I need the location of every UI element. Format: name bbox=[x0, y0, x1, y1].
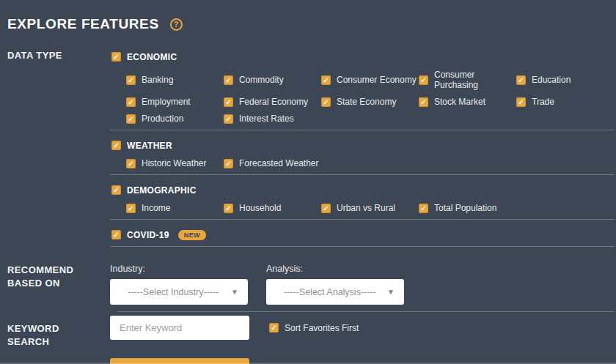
group-label: COVID-19 bbox=[127, 230, 169, 240]
checkbox-consumer-economy[interactable]: ✓Consumer Economy bbox=[321, 70, 419, 90]
checkbox-income[interactable]: ✓Income bbox=[126, 203, 224, 213]
section-divider bbox=[117, 311, 615, 312]
checkbox-label: Education bbox=[532, 75, 571, 85]
checkbox-banking[interactable]: ✓Banking bbox=[126, 70, 224, 90]
checkbox-household[interactable]: ✓Household bbox=[224, 203, 321, 213]
checkbox-checked-icon: ✓ bbox=[419, 97, 428, 107]
checkbox-label: Production bbox=[142, 114, 183, 124]
keyword-search-label: KEYWORD SEARCH bbox=[7, 316, 110, 349]
help-icon[interactable]: ? bbox=[170, 18, 183, 31]
checkbox-label: Employment bbox=[142, 97, 191, 107]
group-items-grid: ✓Banking✓Commodity✓Consumer Economy✓Cons… bbox=[126, 70, 615, 124]
checkbox-stock-market[interactable]: ✓Stock Market bbox=[419, 97, 516, 107]
checkbox-checked-icon: ✓ bbox=[269, 323, 279, 333]
checkbox-label: Federal Economy bbox=[239, 97, 308, 107]
checkbox-trade[interactable]: ✓Trade bbox=[516, 97, 614, 107]
group-label: WEATHER bbox=[127, 141, 172, 151]
checkbox-label: Historic Weather bbox=[142, 158, 206, 168]
group-label: ECONOMIC bbox=[127, 52, 177, 62]
data-type-group-weather: ✓WEATHER✓Historic Weather✓Forecasted Wea… bbox=[110, 138, 615, 175]
checkbox-commodity[interactable]: ✓Commodity bbox=[224, 70, 321, 90]
panel-header: EXPLORE FEATURES ? bbox=[7, 16, 616, 32]
checkbox-checked-icon: ✓ bbox=[516, 97, 526, 107]
checkbox-checked-icon: ✓ bbox=[321, 204, 331, 213]
analysis-label: Analysis: bbox=[266, 264, 404, 274]
checkbox-label: Forecasted Weather bbox=[239, 158, 319, 168]
checkbox-checked-icon: ✓ bbox=[126, 75, 136, 85]
analysis-select[interactable]: -----Select Analysis----- ▼ bbox=[266, 279, 404, 305]
checkbox-checked-icon: ✓ bbox=[126, 159, 136, 168]
group-checkbox-demographic[interactable]: ✓DEMOGRAPHIC bbox=[110, 185, 197, 196]
checkbox-production[interactable]: ✓Production bbox=[126, 114, 224, 124]
checkbox-checked-icon: ✓ bbox=[126, 204, 136, 213]
sort-favorites-checkbox[interactable]: ✓ Sort Favorites First bbox=[269, 323, 359, 333]
data-type-section: DATA TYPE ✓ECONOMIC✓Banking✓Commodity✓Co… bbox=[7, 49, 616, 254]
analysis-selected-value: -----Select Analysis----- bbox=[284, 287, 376, 297]
checkbox-checked-icon: ✓ bbox=[224, 114, 233, 124]
checkbox-checked-icon: ✓ bbox=[126, 114, 136, 124]
checkbox-label: Commodity bbox=[239, 75, 284, 85]
checkbox-checked-icon: ✓ bbox=[321, 97, 331, 107]
chevron-down-icon: ▼ bbox=[387, 289, 395, 296]
group-label: DEMOGRAPHIC bbox=[127, 185, 197, 196]
checkbox-checked-icon: ✓ bbox=[516, 75, 526, 85]
checkbox-label: Consumer Economy bbox=[337, 75, 417, 85]
checkbox-label: Consumer Purchasing bbox=[434, 70, 516, 90]
industry-label: Industry: bbox=[110, 264, 248, 274]
checkbox-label: Income bbox=[142, 203, 170, 213]
new-badge: NEW bbox=[178, 230, 206, 240]
data-type-group-economic: ✓ECONOMIC✓Banking✓Commodity✓Consumer Eco… bbox=[110, 49, 615, 130]
checkbox-interest-rates[interactable]: ✓Interest Rates bbox=[224, 114, 321, 124]
checkbox-label: Interest Rates bbox=[239, 114, 294, 124]
checkbox-checked-icon: ✓ bbox=[111, 52, 121, 62]
checkbox-checked-icon: ✓ bbox=[111, 230, 121, 239]
checkbox-label: Trade bbox=[532, 97, 554, 107]
checkbox-historic-weather[interactable]: ✓Historic Weather bbox=[126, 158, 224, 168]
checkbox-checked-icon: ✓ bbox=[419, 75, 428, 85]
sort-favorites-label: Sort Favorites First bbox=[285, 323, 359, 333]
group-items-grid: ✓Historic Weather✓Forecasted Weather bbox=[126, 158, 615, 168]
group-items-grid: ✓Income✓Household✓Urban vs Rural✓Total P… bbox=[126, 203, 615, 213]
page-title: EXPLORE FEATURES bbox=[7, 16, 159, 32]
checkbox-label: Banking bbox=[142, 75, 173, 85]
checkbox-label: Urban vs Rural bbox=[337, 203, 395, 213]
checkbox-urban-vs-rural[interactable]: ✓Urban vs Rural bbox=[321, 203, 419, 213]
checkbox-checked-icon: ✓ bbox=[224, 159, 233, 168]
checkbox-employment[interactable]: ✓Employment bbox=[126, 97, 224, 107]
checkbox-checked-icon: ✓ bbox=[419, 204, 428, 213]
checkbox-label: Total Population bbox=[434, 203, 496, 213]
industry-select-group: Industry: -----Select Industry----- ▼ bbox=[110, 264, 248, 305]
checkbox-total-population[interactable]: ✓Total Population bbox=[419, 203, 516, 213]
checkbox-checked-icon: ✓ bbox=[111, 141, 121, 150]
checkbox-federal-economy[interactable]: ✓Federal Economy bbox=[224, 97, 321, 107]
checkbox-checked-icon: ✓ bbox=[224, 204, 233, 213]
group-checkbox-covid-19[interactable]: ✓COVID-19NEW bbox=[110, 230, 206, 240]
group-checkbox-weather[interactable]: ✓WEATHER bbox=[110, 141, 172, 151]
keyword-input[interactable] bbox=[110, 316, 249, 340]
checkbox-education[interactable]: ✓Education bbox=[516, 70, 614, 90]
checkbox-forecasted-weather[interactable]: ✓Forecasted Weather bbox=[224, 158, 321, 168]
checkbox-label: Stock Market bbox=[434, 97, 485, 107]
recommend-section: RECOMMEND BASED ON Industry: -----Select… bbox=[7, 264, 616, 305]
checkbox-consumer-purchasing[interactable]: ✓Consumer Purchasing bbox=[419, 70, 516, 90]
recommend-label: RECOMMEND BASED ON bbox=[7, 264, 110, 305]
data-type-group-demographic: ✓DEMOGRAPHIC✓Income✓Household✓Urban vs R… bbox=[110, 182, 615, 220]
checkbox-label: State Economy bbox=[337, 97, 396, 107]
data-type-group-covid-19: ✓COVID-19NEW bbox=[110, 227, 615, 247]
industry-select[interactable]: -----Select Industry----- ▼ bbox=[110, 279, 248, 305]
industry-selected-value: -----Select Industry----- bbox=[128, 287, 219, 297]
checkbox-checked-icon: ✓ bbox=[321, 75, 331, 85]
checkbox-checked-icon: ✓ bbox=[224, 97, 233, 107]
analysis-select-group: Analysis: -----Select Analysis----- ▼ bbox=[266, 264, 404, 305]
checkbox-checked-icon: ✓ bbox=[126, 97, 136, 107]
explore-features-panel: EXPLORE FEATURES ? DATA TYPE ✓ECONOMIC✓B… bbox=[0, 0, 616, 364]
data-type-label: DATA TYPE bbox=[7, 49, 110, 254]
keyword-section: KEYWORD SEARCH ✓ Sort Favorites First bbox=[7, 316, 616, 349]
group-checkbox-economic[interactable]: ✓ECONOMIC bbox=[110, 52, 177, 62]
checkbox-checked-icon: ✓ bbox=[224, 75, 233, 85]
checkbox-checked-icon: ✓ bbox=[111, 185, 121, 195]
checkbox-label: Household bbox=[239, 203, 281, 213]
checkbox-state-economy[interactable]: ✓State Economy bbox=[321, 97, 419, 107]
data-type-groups: ✓ECONOMIC✓Banking✓Commodity✓Consumer Eco… bbox=[110, 49, 615, 254]
chevron-down-icon: ▼ bbox=[231, 289, 238, 296]
